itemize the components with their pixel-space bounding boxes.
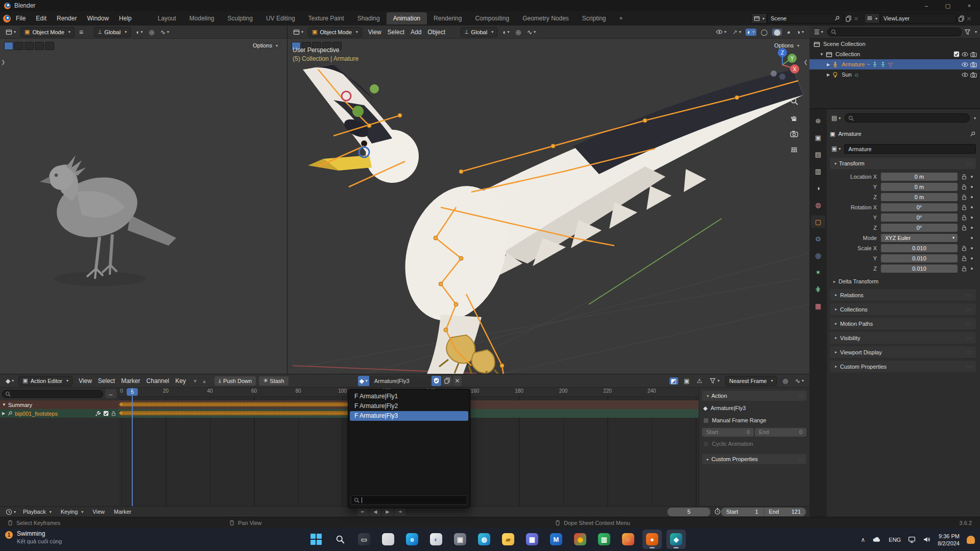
transform-value-field[interactable]: 0 m▾ — [881, 173, 958, 181]
proportional-edit-icon[interactable]: ◎ — [514, 29, 522, 36]
transport-button[interactable]: ⇤ — [357, 508, 369, 516]
viewport-menu-item[interactable]: Object — [424, 29, 448, 36]
taskbar-app-button[interactable]: M — [546, 530, 566, 549]
filter-icon[interactable]: ▾ — [708, 377, 721, 384]
gizmo-x-axis[interactable]: X — [790, 64, 799, 74]
action-name-input[interactable]: Armature|Fly3 — [369, 376, 431, 386]
camera-icon[interactable] — [970, 61, 977, 68]
properties-tab[interactable]: ⊙ — [811, 232, 825, 245]
taskbar-clock[interactable]: 9:36 PM 8/2/2024 — [938, 533, 960, 547]
menu-item[interactable]: Help — [114, 13, 137, 24]
maximize-button[interactable]: ▢ — [937, 0, 959, 11]
camera-view-icon[interactable] — [790, 130, 798, 138]
select-box-tool-button[interactable] — [14, 42, 23, 50]
editor-type-icon[interactable]: ▾ — [4, 29, 17, 35]
manual-frame-range-row[interactable]: Manual Frame Range — [702, 415, 806, 425]
scene-browse-button[interactable]: ▾ — [751, 13, 767, 23]
property-section-header[interactable]: ▸ Custom Properties :::: — [830, 361, 976, 372]
sidebar-action-name[interactable]: ◆ Armature|Fly3 — [702, 403, 806, 413]
transform-value-field[interactable]: 0.010▾ — [881, 254, 958, 262]
menu-item[interactable]: Render — [52, 13, 82, 24]
transform-value-field[interactable]: 0°▾ — [881, 224, 958, 232]
tweak-tool-button[interactable] — [4, 42, 13, 50]
tray-chevron-icon[interactable]: ∧ — [861, 536, 866, 543]
taskbar-search-button[interactable] — [330, 530, 350, 549]
new-action-icon[interactable] — [442, 376, 452, 386]
close-button[interactable]: × — [959, 0, 980, 11]
filter-chevron-icon[interactable]: ▾ — [975, 30, 977, 34]
orientation-dropdown[interactable]: ⟂Global▾ — [94, 27, 131, 37]
show-hidden-icon[interactable]: ◩ — [670, 377, 678, 385]
properties-tab[interactable]: ◑ — [811, 182, 825, 194]
viewport-right[interactable]: ▾ ▣Object Mode▾ ViewSelectAddObject ⟂Glo… — [288, 26, 809, 374]
panel-grip-icon[interactable]: :::: — [799, 457, 803, 462]
object-browse-icon[interactable]: ▣▾ — [830, 145, 842, 152]
menu-item[interactable]: Window — [82, 13, 114, 24]
camera-icon[interactable] — [970, 71, 977, 78]
transport-button[interactable]: ◀ — [370, 508, 381, 516]
editor-type-icon[interactable]: ◆▾ — [4, 377, 15, 385]
workspace-tab[interactable]: Compositing — [468, 12, 516, 25]
camera-icon[interactable] — [970, 51, 977, 58]
taskbar-app-button[interactable]: ● — [642, 530, 662, 549]
action-popup-item[interactable]: F Armature|Fly2 — [350, 401, 468, 411]
taskbar-app-button[interactable]: ▭ — [354, 530, 374, 549]
taskbar-app-button[interactable]: ▥ — [594, 530, 614, 549]
snap-magnet-icon[interactable]: ◖▾ — [500, 29, 511, 36]
show-object-types-icon[interactable]: ▾ — [714, 29, 728, 35]
viewport-left[interactable]: ▾ ▣Object Mode▾ ≡ ⟂Global▾ ◖▾ ◎ ∿▾ Optio… — [0, 26, 288, 374]
animate-dot-icon[interactable] — [971, 176, 973, 178]
pin-icon[interactable] — [969, 131, 976, 137]
navigation-gizmo[interactable]: Z Y X — [764, 47, 800, 83]
viewport-menu-item[interactable]: Add — [408, 29, 424, 36]
workspace-tab[interactable]: Sculpting — [221, 12, 259, 25]
stopwatch-icon[interactable] — [714, 508, 721, 515]
notification-bell-icon[interactable] — [967, 536, 975, 544]
pan-hand-icon[interactable] — [790, 113, 798, 122]
volume-icon[interactable] — [923, 536, 930, 543]
lock-icon[interactable] — [960, 194, 969, 200]
transform-value-field[interactable]: 0.010▾ — [881, 265, 958, 273]
mute-checkbox-icon[interactable] — [103, 411, 109, 416]
popup-search-input[interactable] — [351, 495, 467, 505]
taskbar-app-button[interactable]: ◍ — [474, 530, 494, 549]
properties-tab[interactable]: ✶ — [811, 266, 825, 278]
lock-icon[interactable] — [960, 255, 969, 261]
transform-panel-header[interactable]: ▾ Transform :::: — [830, 158, 976, 169]
property-section-header[interactable]: ▸ Viewport Display :::: — [830, 346, 976, 358]
transform-value-field[interactable]: 0°▾ — [881, 213, 958, 222]
shading-material-icon[interactable]: ◕ — [785, 29, 792, 36]
workspace-tab[interactable]: Scripting — [576, 12, 613, 25]
start-frame-input[interactable]: Start1 — [721, 508, 763, 516]
properties-search-input[interactable] — [845, 113, 970, 123]
dope-sheet-menu-item[interactable]: Marker — [118, 377, 143, 385]
properties-tab[interactable]: ▤ — [811, 148, 825, 160]
dope-sheet-mode-dropdown[interactable]: ▣Action Editor▾ — [18, 376, 73, 386]
taskbar-app-button[interactable]: ▣ — [450, 530, 470, 549]
new-scene-icon[interactable] — [845, 15, 852, 22]
channel-summary[interactable]: ▼ Summary — [0, 400, 118, 409]
scene-name[interactable]: Scene — [771, 15, 831, 21]
taskbar-app-button[interactable]: ◐ — [426, 530, 446, 549]
viewport-menu-item[interactable]: Select — [385, 29, 408, 36]
property-section-header[interactable]: ▸ Visibility :::: — [830, 332, 976, 344]
notification-toast[interactable]: 1 Swimming Kết quả cuối cùng — [5, 530, 62, 544]
filter-icon[interactable] — [964, 29, 971, 35]
hamburger-menu-icon[interactable]: ≡ — [78, 28, 85, 36]
lock-icon[interactable] — [960, 245, 969, 251]
gizmos-toggle-icon[interactable]: ↗▾ — [731, 29, 743, 36]
eye-icon[interactable] — [962, 51, 968, 58]
blender-menu-icon[interactable] — [3, 15, 11, 22]
property-section-header[interactable]: ▸ Relations :::: — [830, 289, 976, 301]
animate-dot-icon[interactable] — [971, 217, 973, 219]
minimize-button[interactable]: – — [916, 0, 937, 11]
network-monitor-icon[interactable] — [908, 536, 916, 543]
eye-icon[interactable] — [962, 71, 968, 78]
delta-transform-header[interactable]: ▸ Delta Transform — [830, 276, 976, 286]
orthographic-grid-icon[interactable] — [790, 146, 798, 154]
properties-tab[interactable]: ▣ — [811, 131, 825, 143]
panel-grip-icon[interactable]: :::: — [966, 336, 972, 340]
workspace-tab[interactable]: UV Editing — [259, 12, 302, 25]
marker-menu[interactable]: Marker — [110, 509, 135, 515]
outliner-row-armature[interactable]: ▶ Armature ~ ▽ — [809, 59, 980, 69]
